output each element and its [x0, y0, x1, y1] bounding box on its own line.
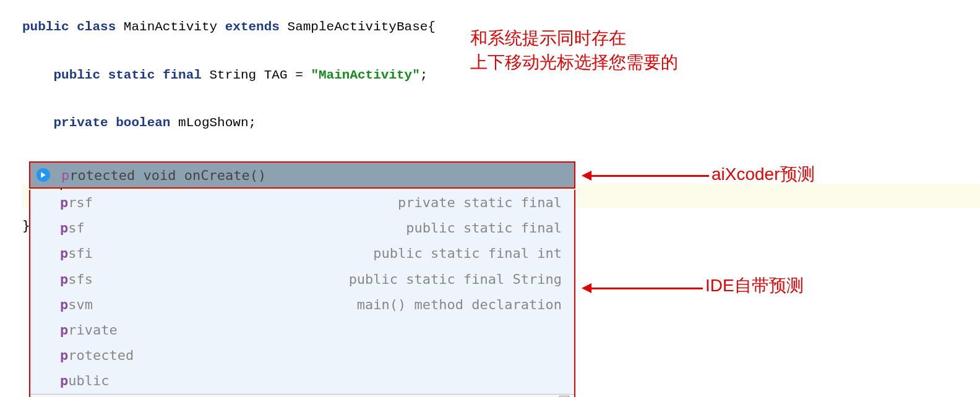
annotation-top: 和系统提示同时存在 上下移动光标选择您需要的: [470, 26, 678, 74]
completion-popup: protected void onCreate() prsf private s…: [29, 161, 575, 397]
popup-footer: Press ^Space to see non-imported classes…: [30, 394, 574, 398]
arrow-aixcoder: [582, 171, 709, 181]
code-line-3: private boolean mLogShown;: [22, 111, 980, 135]
arrow-ide: [582, 283, 703, 293]
suggestion-item[interactable]: prsf private static final: [30, 190, 574, 215]
suggestion-item[interactable]: public: [30, 368, 574, 393]
code-line-blank: [22, 135, 980, 160]
suggestion-item[interactable]: psfi public static final int: [30, 241, 574, 266]
suggestion-item[interactable]: psf public static final: [30, 215, 574, 241]
suggestion-item[interactable]: protected: [30, 343, 574, 368]
suggestion-list: prsf private static final psf public sta…: [30, 190, 574, 394]
suggestion-item[interactable]: psvm main() method declaration: [30, 292, 574, 317]
suggestion-item[interactable]: private: [30, 317, 574, 343]
code-line-blank: [22, 88, 980, 112]
annotation-aixcoder: aiXcoder预测: [711, 162, 815, 186]
aixcoder-icon: [37, 168, 50, 182]
suggestion-item[interactable]: psfs public static final String: [30, 267, 574, 292]
aixcoder-suggestion[interactable]: protected void onCreate(): [61, 168, 266, 183]
ide-suggestion-box: prsf private static final psf public sta…: [29, 190, 575, 397]
aixcoder-suggestion-box: protected void onCreate(): [29, 161, 575, 189]
annotation-ide: IDE自带预测: [705, 273, 804, 297]
